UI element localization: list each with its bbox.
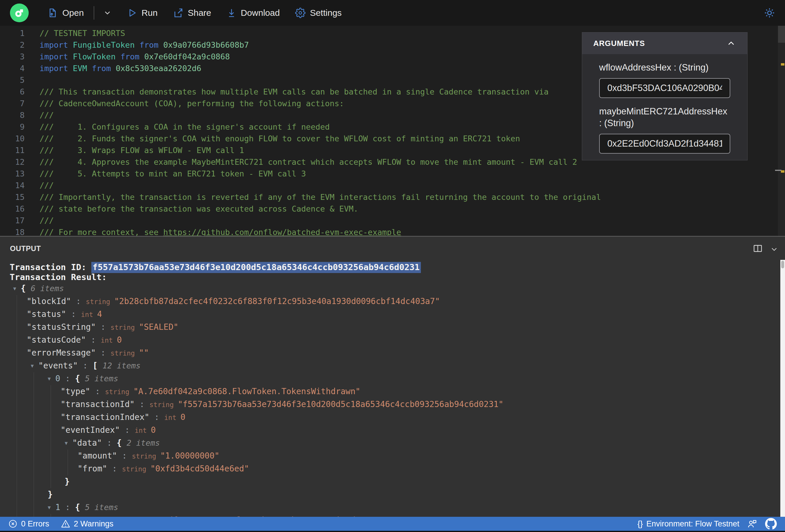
environment-label: Environment: Flow Testnet bbox=[646, 520, 739, 529]
json-tree-row: ▼{ 6 items bbox=[0, 282, 780, 295]
indent-guide bbox=[34, 475, 34, 488]
line-number: 4 bbox=[0, 62, 25, 74]
download-button[interactable]: Download bbox=[227, 8, 280, 18]
github-icon[interactable] bbox=[765, 518, 777, 530]
collapse-triangle-icon[interactable]: ▼ bbox=[48, 372, 51, 385]
output-title: OUTPUT bbox=[10, 244, 41, 253]
json-segment: "transactionId" bbox=[60, 400, 135, 409]
json-row-content: "transactionId" : string "f557a1573b76aa… bbox=[0, 398, 503, 411]
text-segment bbox=[116, 52, 120, 61]
open-dropdown-button[interactable] bbox=[103, 8, 112, 17]
chevron-up-icon[interactable] bbox=[726, 38, 736, 48]
text-segment: FungibleToken bbox=[73, 41, 135, 49]
json-segment: 0 bbox=[151, 425, 156, 435]
indent-guide bbox=[34, 385, 34, 398]
text-segment: 0x9a0766d93b6608b7 bbox=[163, 41, 249, 49]
open-file-icon bbox=[47, 8, 58, 18]
collapse-triangle-icon[interactable]: ▼ bbox=[31, 359, 34, 372]
output-scrollbar-thumb[interactable] bbox=[781, 261, 784, 268]
indent-guide bbox=[34, 424, 34, 437]
json-segment: "statusString" bbox=[27, 322, 96, 332]
run-button[interactable]: Run bbox=[127, 8, 157, 18]
json-segment: "blockId" bbox=[27, 297, 71, 306]
theme-toggle-button[interactable] bbox=[764, 7, 775, 19]
text-segment: /// bbox=[40, 181, 54, 190]
warnings-status[interactable]: 2 Warnings bbox=[61, 519, 113, 529]
line-number: 9 bbox=[0, 121, 25, 133]
code-text: /// 1. Configures a COA in the signer's … bbox=[25, 121, 330, 133]
open-button[interactable]: Open bbox=[47, 8, 84, 18]
indent-guide bbox=[51, 514, 51, 517]
feedback-person-icon[interactable] bbox=[747, 518, 758, 529]
json-tree-row: ▼"data" : { 2 items bbox=[0, 437, 780, 450]
json-tree-row: "statusCode" : int 0 bbox=[0, 334, 780, 347]
errors-status[interactable]: 0 Errors bbox=[8, 519, 49, 529]
json-tree-row: ▼0 : { 5 items bbox=[0, 372, 780, 385]
warning-mark-1 bbox=[781, 63, 784, 66]
argument-input-0[interactable] bbox=[599, 78, 730, 98]
json-segment: { bbox=[117, 438, 127, 448]
json-segment: int bbox=[135, 427, 151, 434]
arguments-panel: ARGUMENTS wflowAddressHex : (String)mayb… bbox=[582, 32, 748, 160]
indent-guide bbox=[34, 437, 34, 450]
line-number: 15 bbox=[0, 192, 25, 203]
json-segment: int bbox=[101, 336, 117, 344]
argument-label-1: maybeMintERC721AddressHex : (String) bbox=[599, 106, 730, 129]
indent-guide bbox=[17, 372, 17, 385]
flow-logo[interactable] bbox=[10, 3, 29, 22]
collapse-triangle-icon[interactable]: ▼ bbox=[13, 282, 16, 295]
json-result-tree: ▼{ 6 items"blockId" : string "2b28cbfb87… bbox=[0, 282, 780, 517]
indent-guide bbox=[17, 359, 17, 372]
text-segment bbox=[68, 41, 73, 49]
output-scrollbar[interactable] bbox=[780, 260, 785, 517]
text-segment bbox=[68, 52, 73, 61]
json-row-content: "errorMessage" : string "" bbox=[0, 347, 149, 360]
json-tree-row: } bbox=[0, 488, 780, 501]
indent-guide bbox=[17, 424, 17, 437]
text-segment bbox=[87, 64, 92, 73]
text-segment: import bbox=[40, 41, 68, 49]
json-tree-row: ▼1 : { 5 items bbox=[0, 501, 780, 514]
json-row-content: "transactionIndex" : int 0 bbox=[0, 411, 185, 424]
split-panel-icon[interactable] bbox=[753, 243, 763, 254]
collapse-triangle-icon[interactable]: ▼ bbox=[65, 437, 68, 450]
code-text: /// bbox=[25, 109, 54, 121]
text-segment: /// 2. Funds the signer's COA with enoug… bbox=[40, 134, 520, 143]
json-tree-row: ▼"events" : [ 12 items bbox=[0, 359, 780, 372]
code-text bbox=[25, 74, 40, 86]
warning-triangle-icon bbox=[61, 519, 70, 529]
indent-guide bbox=[17, 334, 17, 347]
environment-status[interactable]: {} Environment: Flow Testnet bbox=[637, 519, 739, 529]
share-button[interactable]: Share bbox=[173, 8, 211, 18]
code-text: /// CadenceOwnedAccount (COA), performin… bbox=[25, 98, 344, 109]
text-segment: /// 1. Configures a COA in the signer's … bbox=[40, 122, 330, 131]
json-segment: } bbox=[65, 477, 70, 486]
line-number: 7 bbox=[0, 98, 25, 109]
json-segment: : bbox=[96, 322, 111, 332]
json-tree-row: "type" : string "A.7e60df042a9c0868.Flow… bbox=[0, 385, 780, 398]
run-icon bbox=[127, 8, 137, 18]
window-bottom-edge bbox=[0, 531, 785, 532]
json-segment: string bbox=[122, 465, 150, 473]
json-row-content: "type" : string "A.7e60df042a9c0868.Flow… bbox=[0, 514, 360, 517]
warning-mark-2 bbox=[781, 170, 784, 173]
json-row-content: { 6 items bbox=[0, 282, 64, 295]
json-segment: } bbox=[48, 489, 53, 499]
editor-scrollbar-thumb[interactable] bbox=[778, 26, 785, 43]
settings-button[interactable]: Settings bbox=[295, 8, 341, 18]
indent-guide bbox=[17, 308, 17, 321]
editor-output-divider[interactable] bbox=[0, 236, 785, 237]
collapse-triangle-icon[interactable]: ▼ bbox=[48, 501, 51, 514]
argument-input-1[interactable] bbox=[599, 134, 730, 154]
chevron-down-icon[interactable] bbox=[770, 245, 779, 254]
json-tree-row: "amount" : string "1.00000000" bbox=[0, 450, 780, 462]
line-number: 14 bbox=[0, 180, 25, 192]
editor-scrollbar[interactable] bbox=[778, 26, 785, 236]
line-number: 2 bbox=[0, 39, 25, 51]
json-segment: : bbox=[60, 374, 75, 383]
code-text: /// 2. Funds the signer's COA with enoug… bbox=[25, 133, 520, 145]
indent-guide bbox=[17, 450, 17, 462]
json-segment: "SEALED" bbox=[139, 322, 179, 332]
output-panel: OUTPUT Transaction ID: f557a1573b76aa53e… bbox=[0, 237, 785, 517]
json-segment: 1 bbox=[55, 503, 60, 512]
